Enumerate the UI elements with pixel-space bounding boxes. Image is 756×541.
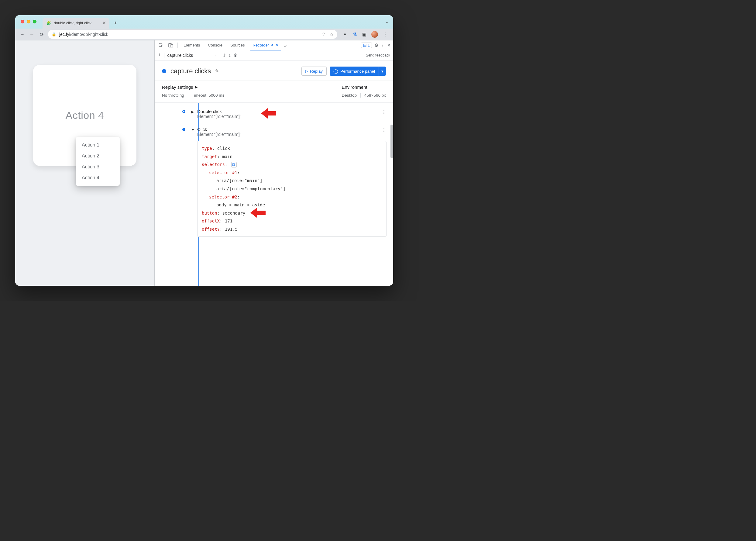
device-value: Desktop (342, 93, 357, 98)
maximize-window-button[interactable] (33, 20, 36, 23)
traffic-lights (21, 20, 36, 23)
tab-overflow-button[interactable]: ⌄ (385, 19, 389, 24)
edit-title-button[interactable]: ✎ (215, 68, 219, 74)
prop-key: offsetY (202, 227, 220, 232)
tab-title: double click, right click (54, 21, 92, 25)
recorder-toolbar: + capture clicks ⌄ ⤴ ⤵ 🗑 Send feedback (155, 50, 393, 61)
caret-right-icon: ▶ (195, 85, 197, 89)
tab-elements[interactable]: Elements (181, 40, 203, 50)
prop-key: button (202, 211, 217, 216)
recording-title: capture clicks (171, 67, 211, 75)
address-bar[interactable]: 🔒 jec.fyi/demo/dbl-right-click ⇧ ☆ (48, 30, 337, 39)
send-feedback-link[interactable]: Send feedback (366, 53, 390, 57)
environment-label: Environment (342, 85, 386, 90)
close-tab-button[interactable]: ✕ (102, 20, 106, 26)
forward-button[interactable]: → (29, 31, 35, 38)
browser-tab[interactable]: 🧩 double click, right click ✕ (43, 18, 109, 29)
prop-value[interactable]: main (222, 154, 232, 159)
menu-item-action-2[interactable]: Action 2 (76, 151, 120, 161)
devtools-panel: Elements Console Sources Recorder ⚗ ✕ » … (154, 40, 393, 286)
url-path: /demo/dbl-right-click (70, 32, 108, 37)
annotation-arrow-icon (250, 208, 265, 218)
performance-panel-button[interactable]: ◯ Performance panel (330, 67, 379, 76)
favicon-icon: 🧩 (46, 21, 51, 26)
context-menu: Action 1 Action 2 Action 3 Action 4 (76, 137, 120, 186)
selector-value[interactable]: aria/[role="main"] (202, 177, 382, 185)
svg-rect-2 (171, 44, 173, 47)
prop-key: offsetX (202, 219, 220, 224)
recording-selector[interactable]: capture clicks ⌄ (168, 53, 217, 58)
menu-item-action-4[interactable]: Action 4 (76, 172, 120, 183)
minimize-window-button[interactable] (27, 20, 30, 23)
tab-sources[interactable]: Sources (227, 40, 248, 50)
menu-item-action-1[interactable]: Action 1 (76, 140, 120, 151)
prop-value[interactable]: secondary (222, 211, 245, 216)
device-icon[interactable] (167, 43, 175, 48)
selector-value[interactable]: aria/[role="complementary"] (202, 185, 382, 193)
timeout-value[interactable]: Timeout: 5000 ms (192, 93, 224, 98)
panel-icon[interactable]: ▣ (362, 32, 367, 37)
step-node-icon (182, 128, 186, 131)
selector-picker-button[interactable] (231, 162, 237, 168)
collapse-caret[interactable]: ▼ (191, 128, 195, 132)
performance-panel-dropdown[interactable]: ▾ (379, 67, 386, 76)
devtools-menu-button[interactable]: ⋮ (381, 43, 385, 47)
tab-console[interactable]: Console (205, 40, 225, 50)
expand-caret[interactable]: ▶ (191, 110, 195, 114)
devtools-tabbar: Elements Console Sources Recorder ⚗ ✕ » … (155, 40, 393, 50)
recording-status-dot (162, 69, 166, 73)
reload-button[interactable]: ⟳ (38, 31, 45, 38)
flask-icon[interactable]: ⚗ (352, 32, 357, 37)
replay-settings-toggle[interactable]: Replay settings ▶ (162, 85, 224, 90)
prop-key: selectors (202, 162, 225, 167)
import-icon[interactable]: ⤵ (228, 53, 230, 58)
steps-list: ▶ Double click Element "[role="main"]" ⋮ (155, 103, 393, 286)
issues-badge[interactable]: ▤ 1 (361, 43, 372, 48)
prop-value[interactable]: 191.5 (225, 227, 237, 232)
step-title[interactable]: Click (197, 127, 379, 132)
menu-item-action-3[interactable]: Action 3 (76, 161, 120, 172)
step-title[interactable]: Double click (197, 109, 379, 114)
star-icon[interactable]: ☆ (330, 32, 334, 37)
recording-header: capture clicks ✎ ▷ Replay ◯ Performance … (155, 61, 393, 81)
throttling-value[interactable]: No throttling (162, 93, 184, 98)
step-menu-button[interactable]: ⋮ (381, 109, 387, 115)
profile-avatar[interactable] (371, 31, 378, 38)
more-tabs-button[interactable]: » (284, 43, 286, 48)
tab-recorder[interactable]: Recorder ⚗ ✕ (250, 40, 282, 50)
card-heading: Action 4 (66, 109, 104, 121)
close-devtools-button[interactable]: ✕ (387, 43, 391, 48)
new-tab-button[interactable]: + (111, 19, 120, 27)
prop-key: selector #2 (209, 195, 237, 200)
selector-value[interactable]: body > main > aside (202, 201, 382, 209)
scrollbar-thumb[interactable] (390, 125, 393, 158)
inspect-icon[interactable] (157, 43, 165, 48)
tab-close-icon[interactable]: ✕ (276, 43, 279, 47)
flask-badge-icon: ⚗ (270, 43, 273, 47)
add-recording-button[interactable]: + (158, 52, 161, 58)
url-host: jec.fyi (59, 32, 70, 37)
share-icon[interactable]: ⇧ (322, 32, 325, 37)
window-titlebar: 🧩 double click, right click ✕ + ⌄ (15, 15, 393, 29)
settings-icon[interactable]: ⚙ (374, 43, 378, 48)
gauge-icon: ◯ (333, 69, 338, 74)
browser-menu-button[interactable]: ⋮ (382, 32, 388, 37)
close-window-button[interactable] (21, 20, 24, 23)
step-double-click: ▶ Double click Element "[role="main"]" ⋮ (191, 109, 387, 119)
play-icon: ▷ (305, 69, 308, 73)
prop-value[interactable]: 171 (225, 219, 232, 224)
extensions-icon[interactable]: ✦ (342, 32, 348, 37)
step-subtitle: Element "[role="main"]" (197, 132, 379, 137)
demo-card[interactable]: Action 4 Action 1 Action 2 Action 3 Acti… (33, 65, 137, 166)
export-icon[interactable]: ⤴ (223, 53, 225, 58)
step-click: ▼ Click Element "[role="main"]" ⋮ type: … (191, 127, 387, 237)
dimensions-value: 458×566 px (364, 93, 386, 98)
replay-button[interactable]: ▷ Replay (301, 67, 327, 76)
prop-value[interactable]: click (217, 146, 230, 151)
page-viewport: Action 4 Action 1 Action 2 Action 3 Acti… (15, 40, 154, 286)
step-menu-button[interactable]: ⋮ (381, 127, 387, 133)
delete-icon[interactable]: 🗑 (234, 53, 238, 58)
step-details: type: click target: main selectors: sele… (197, 141, 387, 237)
back-button[interactable]: ← (19, 31, 26, 38)
step-node-icon (182, 110, 186, 113)
